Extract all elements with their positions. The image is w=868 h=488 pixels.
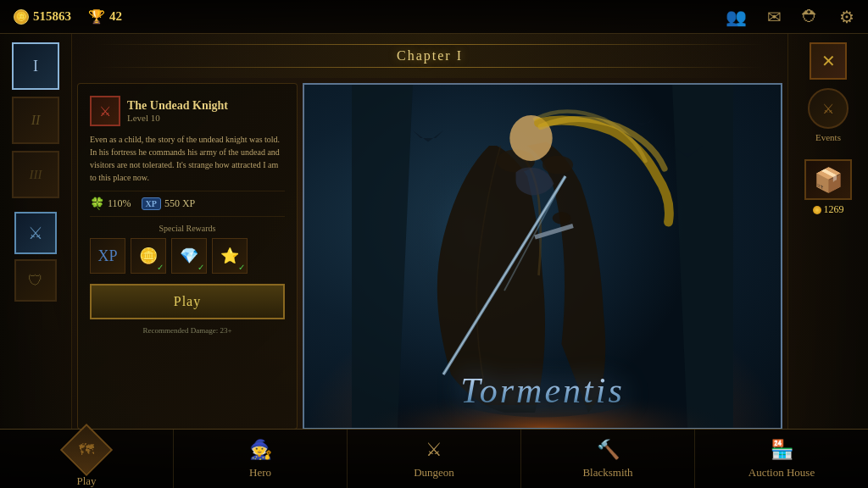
sidebar-skill-1[interactable]: ⚔	[14, 212, 57, 254]
nav-dungeon-icon: ⚔	[426, 439, 442, 461]
friends-icon[interactable]: 👥	[726, 7, 747, 27]
chapter-header: Chapter I	[72, 34, 787, 78]
reward-gem: 💎 ✓	[171, 238, 207, 274]
nav-hero-label: Hero	[249, 466, 271, 480]
rewards-row: XP 🪙 ✓ 💎 ✓ ⭐ ✓	[90, 238, 285, 274]
quest-header: ⚔ The Undead Knight Level 10	[90, 96, 285, 126]
skill-2-icon: 🛡	[28, 272, 43, 290]
nav-blacksmith-label: Blacksmith	[582, 466, 632, 480]
trophy-display: 🏆 42	[88, 8, 122, 25]
chapter-panel: Chapter I ⚔ The Undead Knight Level 10 E…	[72, 34, 787, 429]
chest-icon: 📦	[814, 166, 843, 194]
art-panel: Tormentis	[303, 83, 782, 430]
quest-name: The Undead Knight	[127, 99, 228, 113]
chapter-title: Chapter I	[397, 48, 463, 63]
sidebar-chapter-3[interactable]: III	[12, 151, 59, 198]
sidebar-chapter-2[interactable]: II	[12, 97, 59, 144]
gold-amount: 515863	[33, 9, 71, 24]
svg-point-16	[542, 156, 573, 175]
nav-play[interactable]: 🗺 Play	[0, 430, 174, 488]
quest-stats: 🍀 110% XP 550 XP	[90, 191, 285, 217]
close-button[interactable]: ✕	[810, 42, 847, 80]
chapter-divider-top	[96, 44, 764, 45]
nav-dungeon-label: Dungeon	[414, 466, 454, 480]
nav-auction-house[interactable]: 🏪 Auction House	[695, 430, 868, 488]
chest-coins-display: 1269	[813, 203, 844, 216]
events-icon-circle: ⚔	[808, 88, 849, 129]
luck-stat: 🍀 110%	[90, 197, 131, 211]
info-panel: ⚔ The Undead Knight Level 10 Even as a c…	[77, 83, 298, 430]
luck-value: 110%	[108, 197, 131, 210]
chapter-divider-bottom	[96, 67, 764, 68]
nav-auction-label: Auction House	[748, 466, 815, 480]
recommended-damage: Recommended Damage: 23+	[90, 326, 285, 335]
chest-icon-box: 📦	[804, 159, 852, 200]
trophy-count: 42	[109, 9, 122, 24]
xp-value: 550 XP	[164, 197, 195, 210]
chest-coin-dot	[813, 206, 821, 214]
settings-icon[interactable]: ⚙	[839, 7, 854, 27]
events-icon: ⚔	[822, 101, 834, 117]
nav-dungeon[interactable]: ⚔ Dungeon	[348, 430, 521, 488]
chest-coin-amount: 1269	[824, 203, 844, 216]
clover-icon: 🍀	[90, 197, 104, 211]
reward-special: ⭐ ✓	[212, 238, 248, 274]
gold-coin-icon: 🪙	[14, 9, 29, 25]
mail-icon[interactable]: ✉	[767, 7, 782, 27]
nav-blacksmith[interactable]: 🔨 Blacksmith	[521, 430, 695, 488]
chapter-3-icon: III	[30, 168, 42, 182]
events-item[interactable]: ⚔ Events	[808, 88, 849, 142]
chapter-2-icon: II	[31, 113, 41, 128]
sidebar-skill-2[interactable]: 🛡	[14, 259, 57, 302]
chest-item[interactable]: 📦 1269	[804, 159, 852, 216]
xp-badge: XP	[142, 197, 161, 210]
quest-description: Even as a child, the story of the undead…	[90, 133, 285, 184]
nav-auction-icon: 🏪	[771, 439, 793, 461]
right-sidebar: ✕ ⚔ Events 📦 1269	[787, 34, 868, 429]
rewards-label: Special Rewards	[90, 224, 285, 233]
quest-level: Level 10	[127, 113, 228, 123]
top-bar-left: 🪙 515863 🏆 42	[14, 8, 122, 25]
nav-play-label: Play	[76, 474, 96, 488]
top-bar: 🪙 515863 🏆 42 👥 ✉ ⛑ ⚙	[0, 0, 868, 34]
play-button[interactable]: Play	[90, 284, 285, 319]
close-icon: ✕	[821, 51, 836, 71]
quest-title-block: The Undead Knight Level 10	[127, 99, 228, 123]
trophy-icon: 🏆	[88, 8, 105, 25]
helmet-icon[interactable]: ⛑	[802, 7, 819, 26]
main-content: ⚔ The Undead Knight Level 10 Even as a c…	[72, 78, 787, 435]
top-bar-right: 👥 ✉ ⛑ ⚙	[726, 7, 854, 27]
reward-gem-check: ✓	[198, 263, 204, 272]
reward-special-icon: ⭐	[220, 247, 239, 265]
quest-icon-box: ⚔	[90, 96, 120, 126]
nav-blacksmith-icon: 🔨	[597, 439, 620, 461]
left-sidebar: I II III ⚔ 🛡	[0, 34, 72, 429]
nav-hero[interactable]: 🧙 Hero	[174, 430, 348, 488]
reward-xp-icon: XP	[97, 247, 117, 265]
rewards-section: Special Rewards XP 🪙 ✓ 💎 ✓ ⭐	[90, 224, 285, 274]
xp-stat: XP 550 XP	[142, 197, 196, 210]
skill-1-icon: ⚔	[28, 223, 43, 243]
sidebar-chapter-1[interactable]: I	[12, 42, 59, 90]
reward-xp: XP	[90, 238, 125, 274]
reward-coin-icon: 🪙	[139, 247, 158, 265]
quest-sword-icon: ⚔	[99, 103, 111, 119]
chapter-1-icon: I	[33, 58, 38, 75]
events-label: Events	[815, 132, 841, 142]
reward-gem-icon: 💎	[180, 247, 198, 265]
svg-point-22	[553, 212, 571, 224]
game-title: Tormentis	[304, 370, 781, 411]
reward-special-check: ✓	[238, 263, 245, 272]
bottom-nav: 🗺 Play 🧙 Hero ⚔ Dungeon 🔨 Blacksmith 🏪 A…	[0, 429, 868, 488]
reward-coin: 🪙 ✓	[131, 238, 166, 274]
reward-coin-check: ✓	[157, 263, 164, 272]
gold-display: 🪙 515863	[14, 9, 71, 25]
nav-hero-icon: 🧙	[249, 439, 272, 461]
